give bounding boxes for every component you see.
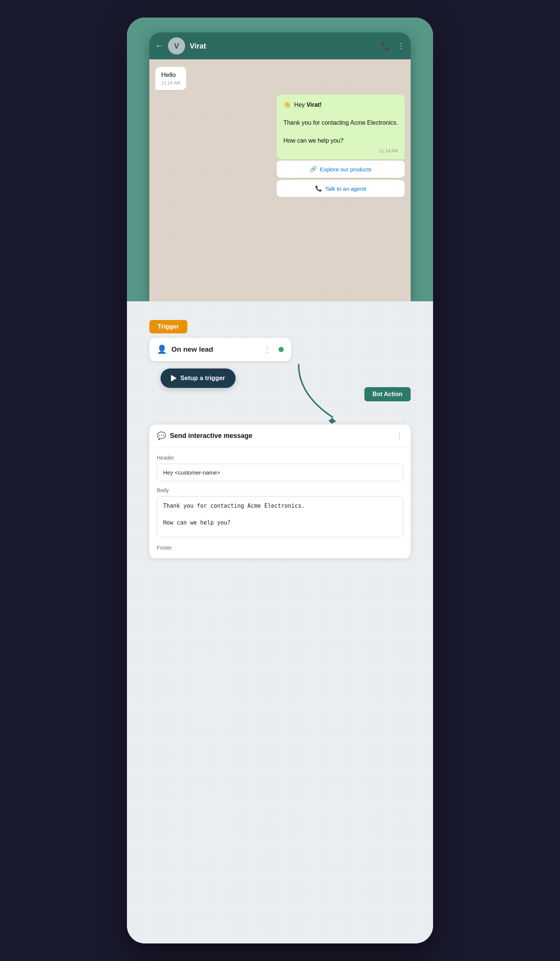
- phone-frame: ← V Virat 📞 ⋮ Hello 11.14 AM: [149, 32, 411, 301]
- phone-icon[interactable]: 📞: [381, 42, 390, 50]
- received-message: Hello 11.14 AM: [155, 67, 186, 90]
- play-icon: [171, 375, 177, 382]
- bot-action-icon: 💬: [157, 431, 166, 440]
- whatsapp-section: ← V Virat 📞 ⋮ Hello 11.14 AM: [127, 18, 433, 301]
- greeting-name: Virat!: [306, 101, 322, 108]
- greeting-emoji: 👋 Hey: [283, 101, 306, 108]
- received-message-time: 11.14 AM: [161, 80, 180, 85]
- trigger-card-icon: 👤: [157, 345, 167, 354]
- body-field-textarea[interactable]: Thank you for contacting Acme Electronic…: [157, 496, 403, 537]
- received-message-text: Hello: [161, 71, 180, 79]
- trigger-card-label: On new lead: [172, 346, 259, 354]
- footer-field-label: Footer: [157, 545, 403, 551]
- automation-content: Trigger 👤 On new lead ⋮ Setup a trigger: [149, 320, 411, 558]
- trigger-card: 👤 On new lead ⋮: [149, 338, 291, 361]
- talk-agent-label: Talk to an agentt: [325, 186, 366, 192]
- header-icons: 📞 ⋮: [381, 42, 405, 50]
- whatsapp-header: ← V Virat 📞 ⋮: [149, 32, 411, 59]
- sent-message-wrapper: 👋 Hey Virat! Thank you for contacting Ac…: [277, 95, 405, 197]
- automation-section: Trigger 👤 On new lead ⋮ Setup a trigger: [127, 301, 433, 943]
- menu-icon[interactable]: ⋮: [397, 42, 405, 50]
- bot-action-title: Send interactive message: [170, 432, 392, 440]
- explore-products-label: Explore our products: [320, 166, 371, 172]
- body-field-label: Body: [157, 487, 403, 493]
- setup-trigger-button[interactable]: Setup a trigger: [160, 368, 236, 388]
- link-icon: 🔗: [310, 166, 317, 172]
- phone-btn-icon: 📞: [315, 185, 322, 192]
- bot-action-menu[interactable]: ⋮: [396, 431, 403, 440]
- trigger-active-dot: [279, 347, 284, 352]
- svg-marker-0: [329, 418, 336, 424]
- main-card: ← V Virat 📞 ⋮ Hello 11.14 AM: [127, 18, 433, 943]
- bot-action-body: Header Body Thank you for contacting Acm…: [149, 447, 411, 558]
- contact-name: Virat: [190, 42, 377, 50]
- bot-action-badge: Bot Action: [364, 387, 411, 401]
- talk-agent-button[interactable]: 📞 Talk to an agentt: [277, 180, 405, 197]
- trigger-card-menu[interactable]: ⋮: [263, 345, 271, 354]
- sent-message-body: Thank you for contacting Acme Electronic…: [283, 119, 398, 144]
- bot-action-card: 💬 Send interactive message ⋮ Header Body…: [149, 424, 411, 558]
- header-field-label: Header: [157, 455, 403, 461]
- sent-message: 👋 Hey Virat! Thank you for contacting Ac…: [277, 95, 405, 159]
- trigger-badge: Trigger: [149, 320, 188, 333]
- explore-products-button[interactable]: 🔗 Explore our products: [277, 161, 405, 178]
- sent-message-time: 11.14 AM: [283, 148, 398, 153]
- header-field-input[interactable]: [157, 464, 403, 481]
- setup-trigger-label: Setup a trigger: [180, 374, 225, 382]
- arrow-area: Setup a trigger Bot Action: [149, 361, 411, 421]
- sent-message-text: 👋 Hey Virat! Thank you for contacting Ac…: [283, 100, 398, 145]
- contact-avatar: V: [168, 37, 185, 55]
- chat-area: Hello 11.14 AM 👋 Hey Virat! Thank you fo…: [149, 59, 411, 205]
- back-icon[interactable]: ←: [155, 41, 164, 51]
